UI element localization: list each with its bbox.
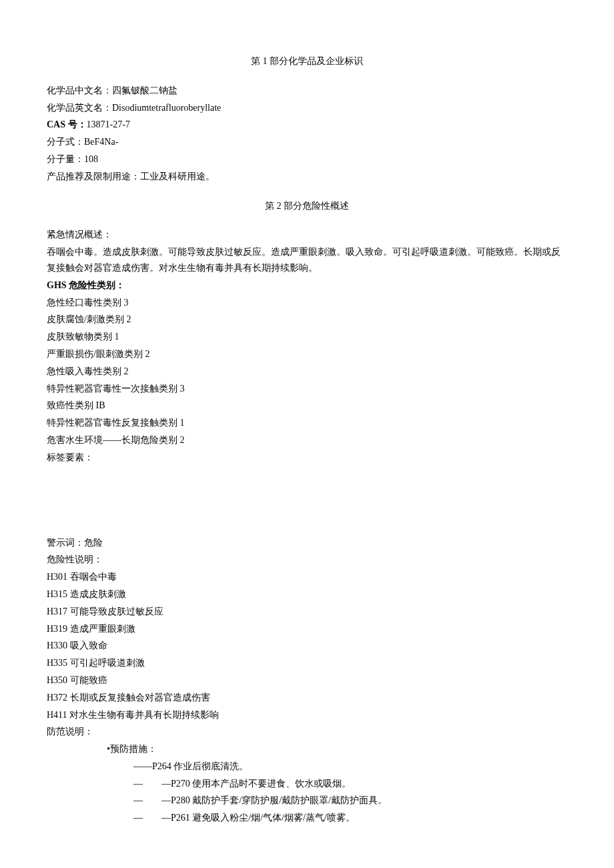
label-use: 产品推荐及限制用途： [47, 171, 140, 181]
section-1-title: 第 1 部分化学品及企业标识 [47, 53, 567, 69]
hazard-item: H350 可能致癌 [47, 673, 567, 689]
ghs-item: 危害水生环境——长期危险类别 2 [47, 432, 567, 448]
label-english-name: 化学品英文名： [47, 103, 112, 113]
hazard-label: 危险性说明： [47, 552, 567, 568]
label-mw: 分子量： [47, 154, 84, 164]
value-chinese-name: 四氟铍酸二钠盐 [112, 85, 178, 95]
prevention-item: — —P261 避免吸入粉尘/烟/气体/烟雾/蒸气/喷雾。 [47, 810, 567, 826]
value-cas: 13871-27-7 [87, 119, 130, 129]
precaution-label: 防范说明： [47, 724, 567, 740]
field-use: 产品推荐及限制用途：工业及科研用途。 [47, 169, 567, 185]
value-formula: BeF4Na- [84, 137, 118, 147]
value-use: 工业及科研用途。 [140, 171, 215, 181]
ghs-label: GHS 危险性类别： [47, 278, 567, 294]
prevention-item: ——P264 作业后彻底清洗。 [47, 759, 567, 775]
ghs-item: 皮肤致敏物类别 1 [47, 329, 567, 345]
signal-word-line: 警示词：危险 [47, 535, 567, 551]
hazard-item: H319 造成严重眼刺激 [47, 621, 567, 637]
prevention-item: — —P280 戴防护手套/穿防护服/戴防护眼罩/戴防护面具。 [47, 793, 567, 809]
ghs-item: 急性经口毒性类别 3 [47, 295, 567, 311]
emergency-label: 紧急情况概述： [47, 227, 567, 243]
ghs-item: 皮肤腐蚀/刺激类别 2 [47, 312, 567, 328]
hazard-item: H372 长期或反复接触会对器官造成伤害 [47, 690, 567, 706]
value-mw: 108 [84, 154, 98, 164]
field-english-name: 化学品英文名：Disodiumtetrafluoroberyllate [47, 100, 567, 116]
hazard-item: H335 可引起呼吸道刺激 [47, 655, 567, 671]
field-chinese-name: 化学品中文名：四氟铍酸二钠盐 [47, 83, 567, 99]
hazard-item: H411 对水生生物有毒并具有长期持续影响 [47, 707, 567, 723]
ghs-item: 特异性靶器官毒性一次接触类别 3 [47, 381, 567, 397]
label-elements: 标签要素： [47, 450, 567, 466]
pictogram-placeholder [47, 467, 567, 534]
field-mw: 分子量：108 [47, 151, 567, 167]
value-english-name: Disodiumtetrafluoroberyllate [112, 103, 221, 113]
prevention-list: ——P264 作业后彻底清洗。 — —P270 使用本产品时不要进食、饮水或吸烟… [47, 759, 567, 826]
hazard-item: H315 造成皮肤刺激 [47, 586, 567, 602]
prevention-item: — —P270 使用本产品时不要进食、饮水或吸烟。 [47, 776, 567, 792]
ghs-list: 急性经口毒性类别 3 皮肤腐蚀/刺激类别 2 皮肤致敏物类别 1 严重眼损伤/眼… [47, 295, 567, 448]
hazard-item: H330 吸入致命 [47, 638, 567, 654]
ghs-item: 特异性靶器官毒性反复接触类别 1 [47, 415, 567, 431]
signal-word-label: 警示词： [47, 538, 84, 548]
hazard-item: H301 吞咽会中毒 [47, 569, 567, 585]
hazard-list: H301 吞咽会中毒 H315 造成皮肤刺激 H317 可能导致皮肤过敏反应 H… [47, 569, 567, 723]
ghs-item: 严重眼损伤/眼刺激类别 2 [47, 346, 567, 362]
emergency-text: 吞咽会中毒。造成皮肤刺激。可能导致皮肤过敏反应。造成严重眼刺激。吸入致命。可引起… [47, 244, 567, 276]
label-chinese-name: 化学品中文名： [47, 85, 112, 95]
section-2-title: 第 2 部分危险性概述 [47, 198, 567, 214]
ghs-item: 急性吸入毒性类别 2 [47, 364, 567, 380]
field-cas: CAS 号：13871-27-7 [47, 117, 567, 133]
prevention-header: •预防措施： [47, 741, 567, 757]
label-formula: 分子式： [47, 137, 84, 147]
ghs-item: 致癌性类别 IB [47, 398, 567, 414]
hazard-item: H317 可能导致皮肤过敏反应 [47, 604, 567, 620]
field-formula: 分子式：BeF4Na- [47, 134, 567, 150]
signal-word-value: 危险 [84, 538, 103, 548]
label-cas: CAS 号： [47, 119, 87, 129]
